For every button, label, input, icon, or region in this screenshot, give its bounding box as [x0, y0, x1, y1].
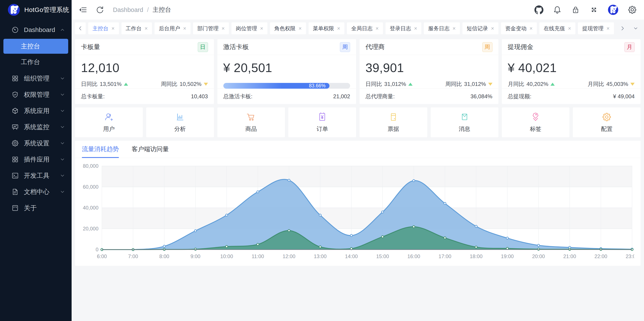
tab-pill-6[interactable]: 角色权限× [270, 22, 306, 34]
github-icon[interactable] [534, 5, 544, 14]
shortcut-8[interactable]: 配置 [573, 108, 640, 137]
data-point-marker [444, 202, 446, 204]
sidebar-item-org[interactable]: 组织管理 [0, 70, 72, 86]
tab-pill-1[interactable]: 主控台× [88, 22, 119, 34]
bell-icon[interactable] [553, 5, 562, 14]
chart-tabs: 流量消耗趋势客户端访问量 [75, 141, 640, 158]
stat-card-row: 卡板量日12,010日同比13,501%周同比10,502%总卡板量:10,40… [75, 39, 640, 104]
tab-close-icon[interactable]: × [568, 25, 571, 32]
sidebar-group-sys-app: 系统应用 [0, 103, 72, 119]
tab-close-icon[interactable]: × [145, 25, 148, 32]
stat-card-header: 代理商周 [360, 39, 498, 55]
breadcrumb-root[interactable]: Dashboard [113, 6, 143, 14]
compare-label: 月同比 [588, 80, 604, 88]
sidebar-item-sys-setting[interactable]: 系统设置 [0, 135, 72, 151]
sidebar-subitem-console[interactable]: 主控台 [4, 39, 68, 54]
tab-close-icon[interactable]: × [452, 25, 456, 32]
app-logo[interactable]: HotGo管理系统 [0, 0, 72, 20]
sidebar-item-sys-monitor[interactable]: 系统监控 [0, 119, 72, 135]
shortcut-1[interactable]: 用户 [75, 108, 143, 137]
bar-chart-icon [175, 112, 185, 122]
tab-close-icon[interactable]: × [298, 25, 302, 32]
tab-close-icon[interactable]: × [376, 25, 379, 32]
sidebar-item-label: 关于 [24, 204, 65, 212]
sidebar-item-plugin[interactable]: 插件应用 [0, 151, 72, 168]
sidebar-item-docs[interactable]: 文档中心 [0, 184, 72, 200]
sidebar-item-sys-app[interactable]: 系统应用 [0, 103, 72, 119]
shortcut-7[interactable]: 标签 [502, 108, 570, 137]
tab-label: 工作台 [126, 25, 142, 32]
refresh-icon[interactable] [96, 5, 104, 14]
shortcut-5[interactable]: 票据 [360, 108, 427, 137]
progress-label: 83.66% [309, 83, 326, 89]
sidebar-subitem-label: 工作台 [21, 58, 40, 66]
header-actions [534, 4, 637, 15]
tab-pill-9[interactable]: 登录日志× [386, 22, 422, 34]
tab-pill-12[interactable]: 资金变动× [501, 22, 537, 34]
tab-pill-5[interactable]: 岗位管理× [232, 22, 268, 34]
stat-card-badge: 周 [482, 42, 492, 52]
tab-close-icon[interactable]: × [183, 25, 186, 32]
settings-gear-icon[interactable] [628, 5, 637, 14]
fullscreen-icon[interactable] [590, 5, 598, 14]
tab-close-icon[interactable]: × [414, 25, 417, 32]
stat-card-4: 提现佣金月¥ 40,021月同比40,202%月同比45,003%总提现额:¥ … [502, 39, 641, 104]
stat-card-header: 提现佣金月 [502, 39, 641, 55]
progress-bar: 83.66% [223, 83, 350, 89]
tab-label: 资金变动 [505, 25, 526, 32]
tab-close-icon[interactable]: × [260, 25, 263, 32]
sidebar-nav: Dashboard主控台工作台组织管理权限管理系统应用系统监控系统设置插件应用开… [0, 20, 72, 216]
order-icon [317, 112, 327, 122]
shortcut-6[interactable]: 消息 [431, 108, 498, 137]
compare-label: 日同比 [366, 80, 382, 88]
tab-pill-7[interactable]: 菜单权限× [308, 22, 344, 34]
shortcut-3[interactable]: 商品 [217, 108, 285, 137]
tab-close-icon[interactable]: × [530, 25, 533, 32]
gear-icon [12, 140, 19, 147]
tab-close-icon[interactable]: × [606, 25, 610, 32]
sidebar-item-auth[interactable]: 权限管理 [0, 86, 72, 103]
sidebar: HotGo管理系统 Dashboard主控台工作台组织管理权限管理系统应用系统监… [0, 0, 72, 321]
compare-label: 周同比 [161, 80, 178, 88]
stat-card-value: ¥ 40,021 [508, 60, 635, 75]
shortcut-4[interactable]: 订单 [288, 108, 356, 137]
tab-dropdown-button[interactable] [633, 26, 638, 31]
menu-fold-icon[interactable] [79, 5, 88, 14]
tab-pill-10[interactable]: 服务日志× [424, 22, 460, 34]
stat-card-value: 39,901 [366, 60, 492, 75]
tab-pill-4[interactable]: 部门管理× [193, 22, 229, 34]
tab-pill-8[interactable]: 全局日志× [347, 22, 383, 34]
tab-pill-2[interactable]: 工作台× [122, 22, 152, 34]
sidebar-group-docs: 文档中心 [0, 184, 72, 200]
stat-card-value: ¥ 20,501 [223, 60, 350, 75]
compare-value: 31,012% [464, 81, 486, 88]
data-point-marker [413, 226, 415, 228]
chart-tab-1[interactable]: 流量消耗趋势 [82, 141, 119, 158]
tab-pill-13[interactable]: 在线充值× [539, 22, 576, 34]
tab-close-icon[interactable]: × [222, 25, 225, 32]
document-icon [12, 188, 19, 196]
y-axis-tick-label: 40,000 [83, 205, 98, 210]
avatar[interactable] [608, 4, 618, 15]
tab-pill-11[interactable]: 短信记录× [462, 22, 498, 34]
sidebar-group-org: 组织管理 [0, 70, 72, 86]
tab-bar: 主控台×工作台×后台用户×部门管理×岗位管理×角色权限×菜单权限×全局日志×登录… [72, 20, 644, 37]
sidebar-item-dashboard[interactable]: Dashboard [0, 22, 72, 38]
sidebar-item-devtools[interactable]: 开发工具 [0, 168, 72, 184]
sidebar-subitem-workbench[interactable]: 工作台 [4, 54, 68, 70]
sidebar-item-about[interactable]: 关于 [0, 200, 72, 216]
chevron-down-icon [60, 76, 65, 81]
gauge-icon [12, 26, 19, 34]
trend-up-icon [408, 83, 412, 86]
tab-scroll-left-button[interactable] [75, 22, 86, 34]
chart-tab-2[interactable]: 客户端访问量 [132, 141, 169, 158]
tab-pill-14[interactable]: 提现管理× [578, 22, 614, 34]
tab-close-icon[interactable]: × [491, 25, 494, 32]
x-axis-tick-label: 17:00 [438, 254, 451, 259]
tab-close-icon[interactable]: × [337, 25, 340, 32]
tab-pill-3[interactable]: 后台用户× [154, 22, 190, 34]
lock-icon[interactable] [571, 5, 580, 14]
tab-close-icon[interactable]: × [112, 25, 115, 32]
tab-scroll-right-button[interactable] [620, 26, 625, 31]
shortcut-2[interactable]: 分析 [146, 108, 214, 137]
